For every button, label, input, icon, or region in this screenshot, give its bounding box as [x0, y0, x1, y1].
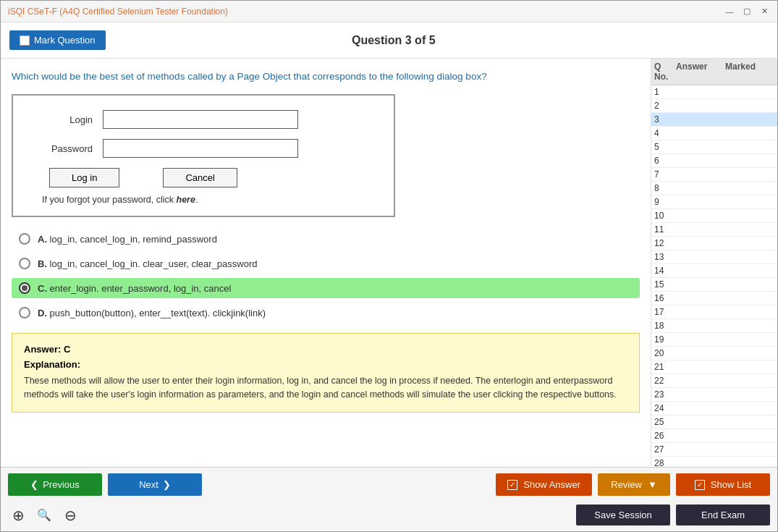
sidebar-row-marked — [725, 183, 774, 193]
end-exam-button[interactable]: End Exam — [676, 504, 770, 525]
option-a-text: A. log_in, cancel_log_in, remind_passwor… — [38, 234, 217, 245]
sidebar-row-num: 5 — [654, 142, 676, 152]
sidebar-row[interactable]: 11 — [651, 223, 777, 237]
sidebar-row-num: 25 — [654, 417, 676, 427]
sidebar-row[interactable]: 16 — [651, 292, 777, 305]
show-list-button[interactable]: ✓ Show List — [676, 473, 770, 496]
answer-explanation-text: These methods will allow the user to ent… — [24, 374, 627, 402]
sidebar-row-num: 24 — [654, 403, 676, 413]
zoom-controls: ⊕ 🔍 ⊖ — [8, 505, 80, 525]
answer-title: Answer: C — [24, 344, 627, 355]
sidebar-row[interactable]: 19 — [651, 333, 777, 347]
sidebar-row[interactable]: 26 — [651, 429, 777, 443]
sidebar-row-marked — [725, 389, 774, 400]
zoom-in-button[interactable]: ⊕ — [8, 505, 28, 525]
sidebar-row[interactable]: 7 — [651, 168, 777, 182]
sidebar-row-marked — [725, 362, 774, 372]
sidebar-row[interactable]: 3 — [651, 113, 777, 127]
sidebar-row-answer — [676, 279, 725, 290]
sidebar-row-num: 14 — [654, 266, 676, 276]
answer-options: A. log_in, cancel_log_in, remind_passwor… — [12, 229, 640, 323]
dialog-login-button: Log in — [49, 168, 119, 187]
zoom-out-button[interactable]: ⊖ — [60, 505, 80, 525]
sidebar-row-num: 11 — [654, 224, 676, 235]
answer-explanation-title: Explanation: — [24, 359, 627, 370]
sidebar-row-answer — [676, 101, 725, 111]
sidebar-row-marked — [725, 197, 774, 207]
bottom-right-buttons: Save Session End Exam — [576, 504, 770, 525]
sidebar-row-marked — [725, 403, 774, 413]
sidebar-row-num: 10 — [654, 211, 676, 221]
mark-checkbox-icon — [20, 35, 30, 46]
zoom-normal-button[interactable]: 🔍 — [34, 505, 54, 525]
option-c[interactable]: C. enter_login. enter_password, log_in, … — [12, 278, 640, 298]
sidebar-row-num: 6 — [654, 156, 676, 166]
sidebar-row[interactable]: 18 — [651, 319, 777, 333]
sidebar-row[interactable]: 2 — [651, 99, 777, 113]
show-answer-button[interactable]: ✓ Show Answer — [496, 473, 592, 496]
sidebar-row[interactable]: 13 — [651, 250, 777, 264]
sidebar-row-answer — [676, 348, 725, 358]
main-window: iSQI CSeT-F (A4Q Certified Selenium Test… — [0, 0, 778, 532]
save-session-button[interactable]: Save Session — [576, 504, 670, 525]
minimize-button[interactable]: — — [724, 6, 735, 17]
sidebar-row-num: 26 — [654, 431, 676, 441]
sidebar-row[interactable]: 15 — [651, 278, 777, 292]
sidebar-row-answer — [676, 183, 725, 193]
sidebar-row[interactable]: 10 — [651, 209, 777, 223]
sidebar-row[interactable]: 20 — [651, 347, 777, 360]
sidebar-row[interactable]: 25 — [651, 415, 777, 429]
sidebar-row-answer — [676, 252, 725, 262]
sidebar-row[interactable]: 4 — [651, 127, 777, 140]
sidebar-row[interactable]: 27 — [651, 443, 777, 457]
sidebar-row-num: 23 — [654, 389, 676, 400]
sidebar-col-qno: Q No. — [654, 62, 676, 82]
sidebar-row[interactable]: 14 — [651, 264, 777, 278]
sidebar-row[interactable]: 9 — [651, 195, 777, 209]
next-button[interactable]: Next ❯ — [108, 473, 202, 496]
sidebar-row[interactable]: 23 — [651, 388, 777, 402]
answer-box: Answer: C Explanation: These methods wil… — [12, 333, 640, 413]
sidebar-row[interactable]: 22 — [651, 374, 777, 388]
option-c-radio-inner — [22, 285, 28, 291]
option-d[interactable]: D. push_button(button), enter__text(text… — [12, 303, 640, 323]
review-button[interactable]: Review ▼ — [598, 473, 670, 496]
sidebar-row[interactable]: 24 — [651, 402, 777, 415]
show-list-label: Show List — [711, 479, 751, 490]
sidebar-row[interactable]: 5 — [651, 140, 777, 154]
sidebar-row-marked — [725, 252, 774, 262]
sidebar: Q No. Answer Marked 12345678910111213141… — [651, 59, 777, 467]
sidebar-row-answer — [676, 211, 725, 221]
sidebar-row[interactable]: 6 — [651, 154, 777, 168]
sidebar-header: Q No. Answer Marked — [651, 59, 777, 85]
sidebar-row[interactable]: 17 — [651, 305, 777, 319]
mark-question-button[interactable]: Mark Question — [9, 30, 106, 50]
sidebar-row-marked — [725, 293, 774, 303]
window-title: iSQI CSeT-F (A4Q Certified Selenium Test… — [8, 7, 228, 17]
dialog-login-input — [103, 110, 298, 129]
sidebar-row-answer — [676, 128, 725, 138]
option-a[interactable]: A. log_in, cancel_log_in, remind_passwor… — [12, 229, 640, 249]
sidebar-row-marked — [725, 266, 774, 276]
sidebar-row[interactable]: 21 — [651, 360, 777, 374]
option-b[interactable]: B. log_in, cancel_log_in. clear_user, cl… — [12, 253, 640, 274]
title-prefix: iSQI CSeT-F ( — [8, 7, 62, 17]
close-button[interactable]: ✕ — [758, 6, 770, 17]
sidebar-row[interactable]: 1 — [651, 85, 777, 99]
sidebar-row-marked — [725, 142, 774, 152]
sidebar-row-marked — [725, 224, 774, 235]
sidebar-row[interactable]: 28 — [651, 457, 777, 467]
option-b-radio — [19, 258, 30, 269]
previous-label: Previous — [43, 479, 80, 490]
sidebar-row[interactable]: 12 — [651, 237, 777, 250]
title-highlight: A4Q Certified Selenium Tester Foundation — [62, 7, 225, 17]
title-suffix: ) — [225, 7, 228, 17]
sidebar-row-marked — [725, 101, 774, 111]
window-controls: — ▢ ✕ — [724, 6, 770, 17]
sidebar-row[interactable]: 8 — [651, 182, 777, 195]
sidebar-row-answer — [676, 238, 725, 248]
maximize-button[interactable]: ▢ — [741, 6, 753, 17]
sidebar-row-marked — [725, 169, 774, 180]
previous-button[interactable]: ❮ Previous — [8, 473, 102, 496]
next-label: Next — [139, 479, 158, 490]
